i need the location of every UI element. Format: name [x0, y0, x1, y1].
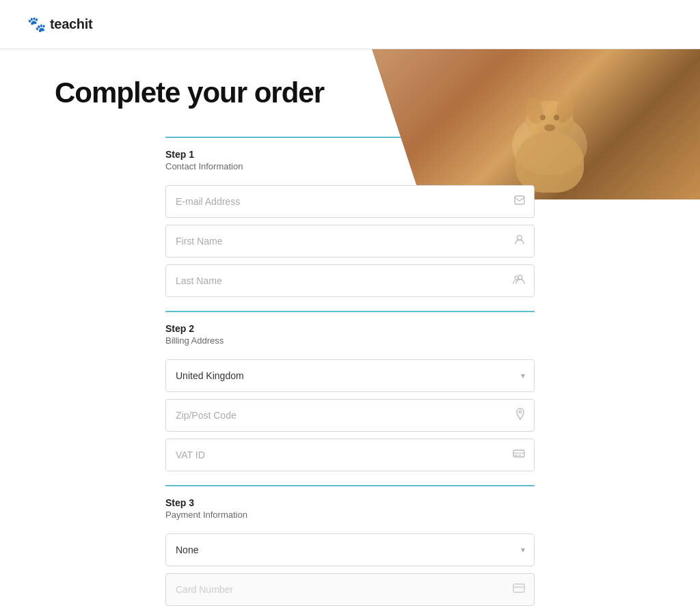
step3-sublabel: Payment Information [165, 510, 535, 520]
zip-input[interactable] [165, 399, 535, 432]
step3-label: Step 3 [165, 497, 535, 508]
vat-input[interactable] [165, 439, 535, 471]
email-input[interactable] [165, 185, 535, 218]
hero-image-area [372, 49, 700, 199]
email-field-wrapper [165, 185, 535, 218]
header: 🐾 teachit [0, 0, 700, 49]
step2-sublabel: Billing Address [165, 335, 535, 346]
payment-select[interactable]: None Credit Card PayPal [165, 533, 535, 566]
order-form: Step 1 Contact Information [138, 123, 562, 610]
step2-label: Step 2 [165, 323, 535, 334]
last-name-field-wrapper [165, 264, 535, 297]
payment-field-wrapper: None Credit Card PayPal ▾ [165, 533, 535, 566]
country-field-wrapper: United Kingdom United States Canada Aust… [165, 359, 535, 392]
first-name-input[interactable] [165, 225, 535, 258]
svg-point-5 [554, 115, 559, 120]
paw-icon: 🐾 [27, 16, 46, 33]
step3-section: Step 3 Payment Information None Credit C… [165, 485, 535, 606]
logo-text: teachit [50, 16, 92, 32]
step3-divider [165, 485, 535, 486]
last-name-input[interactable] [165, 264, 535, 297]
card-number-input[interactable] [165, 573, 535, 606]
logo: 🐾 teachit [27, 16, 92, 33]
svg-point-6 [544, 124, 555, 131]
step2-divider [165, 311, 535, 312]
zip-field-wrapper [165, 399, 535, 432]
step2-section: Step 2 Billing Address United Kingdom Un… [165, 311, 535, 471]
svg-point-4 [540, 115, 546, 120]
main-content: Complete your order Step 1 Contact Infor… [0, 49, 700, 610]
card-number-field-wrapper [165, 573, 535, 606]
first-name-field-wrapper [165, 225, 535, 258]
dog-image [372, 49, 700, 199]
vat-field-wrapper [165, 439, 535, 471]
country-select[interactable]: United Kingdom United States Canada Aust… [165, 359, 535, 392]
